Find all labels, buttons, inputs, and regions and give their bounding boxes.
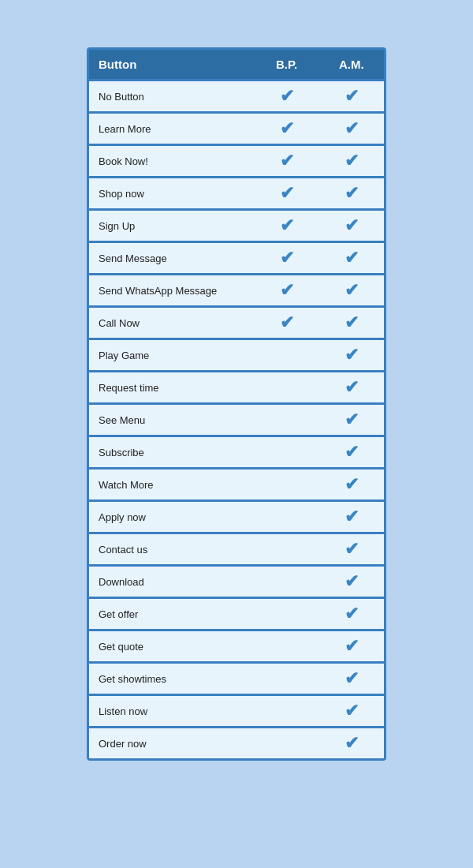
row-label: Get offer <box>89 598 254 630</box>
checkmark-icon: ✔ <box>345 702 359 720</box>
row-bp-check: ✔ <box>254 210 318 242</box>
table-row: Watch More✔ <box>89 469 384 501</box>
row-label: Play Game <box>89 339 254 372</box>
row-am-check: ✔ <box>319 501 384 533</box>
checkmark-icon: ✔ <box>345 541 359 558</box>
row-am-check: ✔ <box>319 372 384 404</box>
row-label: Call Now <box>89 307 254 339</box>
row-am-check: ✔ <box>319 80 384 113</box>
table-row: Get quote✔ <box>89 630 384 663</box>
row-am-check: ✔ <box>319 695 384 728</box>
checkmark-icon: ✔ <box>280 282 294 299</box>
row-bp-check <box>254 663 318 695</box>
row-am-check: ✔ <box>319 145 384 178</box>
row-am-check: ✔ <box>319 178 384 210</box>
row-label: Get showtimes <box>89 663 254 695</box>
row-label: Download <box>89 566 254 598</box>
row-label: Contact us <box>89 533 254 566</box>
row-am-check: ✔ <box>319 275 384 307</box>
row-bp-check: ✔ <box>254 242 318 275</box>
row-am-check: ✔ <box>319 210 384 242</box>
checkmark-icon: ✔ <box>345 443 359 461</box>
row-label: Get quote <box>89 630 254 663</box>
table-row: Call Now✔✔ <box>89 307 384 339</box>
checkmark-icon: ✔ <box>280 120 294 137</box>
row-bp-check <box>254 533 318 566</box>
checkmark-icon: ✔ <box>280 185 294 202</box>
header-am: A.M. <box>319 50 384 80</box>
checkmark-icon: ✔ <box>345 735 359 752</box>
row-label: Listen now <box>89 695 254 728</box>
row-am-check: ✔ <box>319 113 384 145</box>
row-bp-check: ✔ <box>254 275 318 307</box>
row-am-check: ✔ <box>319 307 384 339</box>
row-am-check: ✔ <box>319 404 384 436</box>
table-row: Apply now✔ <box>89 501 384 533</box>
table-row: Learn More✔✔ <box>89 113 384 145</box>
header-bp: B.P. <box>254 50 318 80</box>
table-row: Download✔ <box>89 566 384 598</box>
checkmark-icon: ✔ <box>345 249 359 267</box>
row-label: Sign Up <box>89 210 254 242</box>
row-am-check: ✔ <box>319 598 384 630</box>
row-bp-check <box>254 695 318 728</box>
row-bp-check <box>254 728 318 759</box>
checkmark-icon: ✔ <box>345 379 359 396</box>
row-bp-check <box>254 630 318 663</box>
row-bp-check <box>254 339 318 372</box>
checkmark-icon: ✔ <box>345 282 359 299</box>
row-label: Learn More <box>89 113 254 145</box>
checkmark-icon: ✔ <box>345 670 359 687</box>
row-bp-check <box>254 404 318 436</box>
checkmark-icon: ✔ <box>345 217 359 234</box>
row-label: Apply now <box>89 501 254 533</box>
row-am-check: ✔ <box>319 533 384 566</box>
checkmark-icon: ✔ <box>345 346 359 364</box>
checkmark-icon: ✔ <box>345 476 359 493</box>
row-label: Shop now <box>89 178 254 210</box>
checkmark-icon: ✔ <box>345 638 359 655</box>
row-bp-check <box>254 598 318 630</box>
table-row: See Menu✔ <box>89 404 384 436</box>
row-label: Send Message <box>89 242 254 275</box>
row-label: Send WhatsApp Message <box>89 275 254 307</box>
comparison-table: Button B.P. A.M. No Button✔✔Learn More✔✔… <box>87 47 386 761</box>
row-bp-check: ✔ <box>254 178 318 210</box>
table-row: Contact us✔ <box>89 533 384 566</box>
row-label: See Menu <box>89 404 254 436</box>
row-am-check: ✔ <box>319 566 384 598</box>
checkmark-icon: ✔ <box>345 120 359 137</box>
table-row: Sign Up✔✔ <box>89 210 384 242</box>
checkmark-icon: ✔ <box>280 152 294 170</box>
table-row: Send WhatsApp Message✔✔ <box>89 275 384 307</box>
table-row: No Button✔✔ <box>89 80 384 113</box>
row-bp-check: ✔ <box>254 80 318 113</box>
row-bp-check <box>254 372 318 404</box>
table-header-row: Button B.P. A.M. <box>89 50 384 80</box>
checkmark-icon: ✔ <box>345 573 359 590</box>
row-am-check: ✔ <box>319 469 384 501</box>
row-am-check: ✔ <box>319 728 384 759</box>
checkmark-icon: ✔ <box>345 152 359 170</box>
row-bp-check: ✔ <box>254 113 318 145</box>
row-am-check: ✔ <box>319 339 384 372</box>
row-am-check: ✔ <box>319 242 384 275</box>
checkmark-icon: ✔ <box>280 88 294 105</box>
row-bp-check <box>254 566 318 598</box>
checkmark-icon: ✔ <box>345 314 359 331</box>
table-row: Book Now!✔✔ <box>89 145 384 178</box>
table-row: Order now✔ <box>89 728 384 759</box>
row-label: Book Now! <box>89 145 254 178</box>
row-bp-check <box>254 501 318 533</box>
table-row: Play Game✔ <box>89 339 384 372</box>
row-label: Order now <box>89 728 254 759</box>
checkmark-icon: ✔ <box>345 605 359 623</box>
table-row: Shop now✔✔ <box>89 178 384 210</box>
row-am-check: ✔ <box>319 436 384 469</box>
row-bp-check: ✔ <box>254 145 318 178</box>
checkmark-icon: ✔ <box>345 185 359 202</box>
header-button: Button <box>89 50 254 80</box>
row-label: Request time <box>89 372 254 404</box>
checkmark-icon: ✔ <box>345 411 359 428</box>
checkmark-icon: ✔ <box>280 249 294 267</box>
